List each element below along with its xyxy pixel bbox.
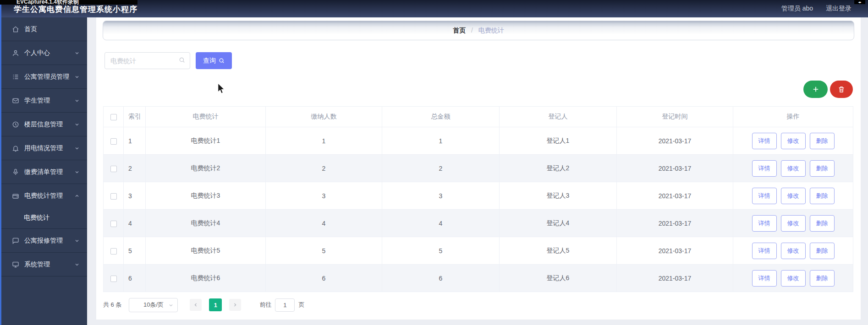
cell-date: 2021-03-17 (617, 182, 733, 210)
delete-button[interactable]: 删除 (810, 243, 835, 259)
chevron-down-icon (74, 238, 80, 244)
search-input[interactable] (104, 52, 190, 69)
row-checkbox[interactable] (110, 248, 117, 255)
goto-page-input[interactable] (275, 298, 295, 312)
table-row: 4电费统计444登记人42021-03-17详情修改删除 (104, 210, 853, 237)
detail-button[interactable]: 详情 (752, 133, 777, 149)
cell-registrar: 登记人6 (500, 265, 617, 292)
page-size-select[interactable]: 10条/页 (129, 298, 178, 312)
row-actions-cell: 详情修改删除 (733, 210, 853, 237)
edit-button[interactable]: 修改 (781, 133, 806, 149)
detail-button[interactable]: 详情 (752, 215, 777, 232)
detail-button[interactable]: 详情 (752, 188, 777, 204)
sidebar-item-apartment-admin[interactable]: 公寓管理员管理 (0, 65, 87, 88)
cell-index: 2 (124, 155, 146, 182)
monitor-icon (12, 261, 19, 268)
cell-payers: 5 (266, 237, 382, 265)
cell-index: 5 (124, 237, 146, 265)
table-row: 3电费统计333登记人32021-03-17详情修改删除 (104, 182, 853, 210)
cell-total: 4 (382, 210, 500, 237)
cell-registrar: 登记人4 (500, 210, 617, 237)
sidebar-subitem-fee-stats[interactable]: 电费统计 (0, 207, 87, 228)
sidebar-block: 用电情况管理 (0, 136, 87, 160)
chevron-down-icon (74, 122, 80, 127)
row-actions-cell: 详情修改删除 (733, 237, 853, 265)
edit-button[interactable]: 修改 (781, 270, 806, 287)
sidebar-item-home[interactable]: 首页 (0, 17, 87, 41)
chevron-right-icon (232, 302, 238, 308)
logout-link[interactable]: 退出登录 (826, 5, 852, 13)
sidebar-item-personal-center[interactable]: 个人中心 (0, 41, 87, 65)
detail-button[interactable]: 详情 (752, 160, 777, 177)
sidebar-menu: 首页个人中心公寓管理员管理学生管理楼层信息管理用电情况管理缴费清单管理电费统计管… (0, 17, 87, 276)
page-number-button[interactable]: 1 (209, 298, 222, 311)
cell-date: 2021-03-17 (617, 127, 733, 155)
row-checkbox[interactable] (110, 221, 117, 227)
plus-icon (812, 85, 820, 93)
page-size-value: 10条/页 (143, 301, 164, 309)
breadcrumb-home[interactable]: 首页 (453, 27, 466, 34)
delete-button[interactable]: 删除 (810, 215, 835, 232)
cell-index: 3 (124, 182, 146, 210)
recorder-watermark: EVCapture4.1.4软件录制 (0, 0, 137, 5)
sidebar-item-floor-info[interactable]: 楼层信息管理 (0, 113, 87, 136)
sidebar-item-system-mgmt[interactable]: 系统管理 (0, 253, 87, 276)
column-header: 电费统计 (146, 107, 266, 127)
chevron-down-icon (74, 74, 80, 80)
total-count-label: 共 6 条 (103, 301, 121, 309)
trash-icon (838, 86, 845, 93)
row-checkbox[interactable] (110, 276, 117, 282)
query-button[interactable]: 查询 (196, 52, 232, 69)
delete-button[interactable]: 删除 (810, 188, 835, 204)
delete-button[interactable]: 删除 (810, 270, 835, 287)
edit-button[interactable]: 修改 (781, 188, 806, 204)
cell-total: 6 (382, 265, 500, 292)
edit-button[interactable]: 修改 (781, 243, 806, 259)
screen-recorder-icon: ◂▸ (854, 0, 865, 4)
cell-name: 电费统计3 (146, 182, 266, 210)
row-actions-cell: 详情修改删除 (733, 182, 853, 210)
sidebar-item-label: 电费统计管理 (24, 192, 63, 200)
sidebar-item-repair-mgmt[interactable]: 公寓报修管理 (0, 229, 87, 252)
row-select-cell (104, 155, 124, 182)
row-checkbox[interactable] (110, 193, 117, 200)
home-icon (12, 26, 19, 33)
detail-button[interactable]: 详情 (752, 270, 777, 287)
detail-button[interactable]: 详情 (752, 243, 777, 259)
row-checkbox[interactable] (110, 166, 117, 172)
sidebar-item-payment-list[interactable]: 缴费清单管理 (0, 160, 87, 184)
batch-delete-button[interactable] (830, 81, 853, 98)
app-title: 学生公寓电费信息管理系统小程序 (14, 4, 137, 15)
sidebar-block: 公寓管理员管理 (0, 65, 87, 89)
chevron-down-icon (74, 146, 80, 151)
edit-button[interactable]: 修改 (781, 215, 806, 232)
breadcrumb: 首页 / 电费统计 (103, 21, 854, 40)
select-all-checkbox[interactable] (110, 114, 117, 120)
cell-total: 3 (382, 182, 500, 210)
cell-date: 2021-03-17 (617, 237, 733, 265)
delete-button[interactable]: 删除 (810, 160, 835, 177)
sidebar-item-student-mgmt[interactable]: 学生管理 (0, 89, 87, 112)
edit-button[interactable]: 修改 (781, 160, 806, 177)
column-header: 缴纳人数 (266, 107, 382, 127)
delete-button[interactable]: 删除 (810, 133, 835, 149)
cell-payers: 6 (266, 265, 382, 292)
cell-date: 2021-03-17 (617, 210, 733, 237)
row-checkbox[interactable] (110, 138, 117, 145)
add-button[interactable] (803, 81, 828, 98)
select-all-cell (104, 107, 124, 127)
topbar-right: 管理员 abo 退出登录 (781, 0, 852, 17)
sidebar-block: 楼层信息管理 (0, 113, 87, 136)
column-header: 操作 (733, 107, 853, 127)
sidebar-item-fee-stats-mgmt[interactable]: 电费统计管理 (0, 184, 87, 207)
sidebar-block: 电费统计管理电费统计 (0, 184, 87, 229)
cell-name: 电费统计6 (146, 265, 266, 292)
cell-payers: 4 (266, 210, 382, 237)
next-page-button[interactable] (229, 299, 241, 311)
cell-payers: 2 (266, 155, 382, 182)
sidebar-item-electricity-usage[interactable]: 用电情况管理 (0, 136, 87, 160)
table-row: 6电费统计666登记人62021-03-17详情修改删除 (104, 265, 853, 292)
prev-page-button[interactable] (190, 299, 202, 311)
sidebar-item-label: 公寓报修管理 (24, 237, 63, 245)
sidebar-item-label: 学生管理 (24, 97, 50, 105)
